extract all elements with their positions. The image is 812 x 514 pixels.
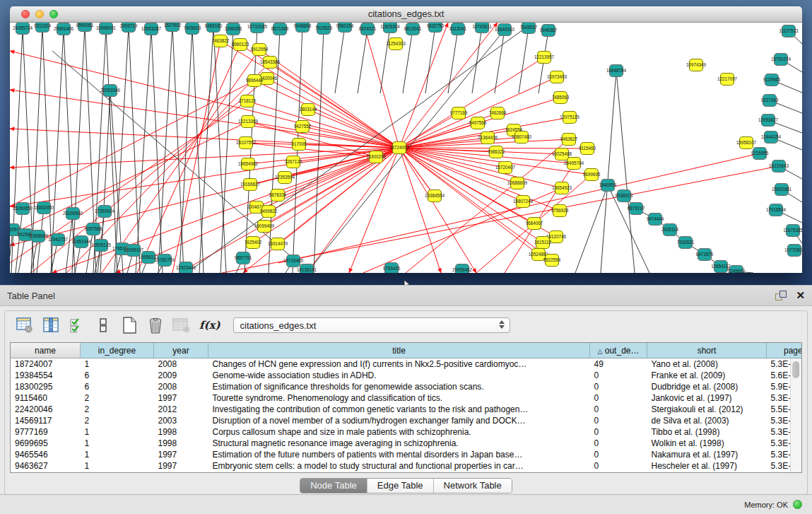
graph-node[interactable]: 21364436 (478, 132, 498, 144)
table-cell[interactable]: Investigating the contribution of common… (208, 404, 590, 415)
table-cell[interactable]: Estimation of the future numbers of pati… (208, 449, 590, 460)
table-cell[interactable]: Estimation of significance thresholds fo… (208, 381, 590, 392)
graph-edge[interactable] (270, 62, 399, 148)
graph-edge[interactable] (399, 148, 560, 211)
table-cell[interactable]: Nakamura et al. (1997) (647, 449, 767, 460)
graph-edge[interactable] (575, 185, 608, 273)
table-cell[interactable]: Disruption of a novel member of a sodium… (208, 415, 590, 426)
graph-edge[interactable] (399, 148, 476, 273)
column-header-pagerank[interactable]: pagerank (767, 343, 803, 358)
table-cell[interactable]: de Silva et al. (2003) (647, 415, 767, 426)
fx-function-button[interactable]: f(x) (199, 319, 220, 332)
graph-node[interactable]: 11568689 (28, 230, 48, 243)
graph-node[interactable]: 12353594 (275, 172, 295, 184)
table-row[interactable]: 969969511998Structural magnetic resonanc… (11, 438, 802, 449)
table-cell[interactable]: 9777169 (11, 426, 81, 438)
graph-node[interactable]: 9463627 (560, 134, 578, 146)
graph-edge[interactable] (601, 71, 616, 273)
graph-node[interactable]: 9777169 (450, 107, 468, 119)
table-cell[interactable]: 0 (590, 370, 647, 381)
graph-node[interactable]: 19384554 (425, 190, 445, 202)
table-row[interactable]: 977716911998Corpus callosum shape and si… (11, 426, 802, 438)
graph-node[interactable]: 6879197 (628, 203, 645, 215)
graph-edge[interactable] (495, 30, 505, 93)
graph-node[interactable]: 18832950 (34, 202, 54, 214)
graph-node[interactable]: 8590061 (76, 23, 94, 32)
graph-node[interactable]: 16648784 (606, 65, 627, 77)
table-cell[interactable]: 9115460 (11, 392, 81, 404)
graph-node[interactable]: 12217097 (717, 74, 738, 86)
table-row[interactable]: 911546021997Tourette syndrome. Phenomeno… (11, 392, 802, 404)
column-header-out_de[interactable]: △ out_de… (590, 343, 647, 358)
tab-edge-table[interactable]: Edge Table (367, 479, 434, 493)
graph-node[interactable]: 9048898 (294, 23, 312, 33)
table-cell[interactable]: 1997 (154, 392, 208, 404)
table-cell[interactable]: 1997 (154, 449, 208, 460)
graph-node[interactable]: 9896444 (246, 75, 264, 87)
checklist-icon[interactable] (67, 315, 87, 335)
graph-node[interactable]: 13654923 (552, 182, 572, 194)
table-cell[interactable]: 1 (81, 426, 154, 438)
table-selector-dropdown[interactable]: citations_edges.txt (233, 317, 510, 333)
graph-node[interactable]: 9632750 (427, 23, 445, 33)
memory-indicator[interactable] (793, 500, 802, 509)
graph-edge[interactable] (335, 26, 345, 93)
graph-node[interactable]: 19654982 (238, 158, 259, 170)
graph-node[interactable]: 15958107 (736, 137, 757, 149)
table-cell[interactable]: 2009 (154, 370, 208, 381)
table-cell[interactable]: 2008 (154, 358, 208, 370)
table-cell[interactable]: Wolkin et al. (1998) (647, 438, 767, 449)
graph-node[interactable]: 16640910 (495, 24, 515, 36)
table-cell[interactable]: 1 (81, 438, 154, 449)
table-cell[interactable]: 19384554 (11, 370, 81, 381)
graph-node[interactable]: 11825304 (380, 23, 400, 33)
graph-node[interactable]: 1840954 (599, 180, 617, 192)
table-cell[interactable]: 9463627 (11, 460, 81, 472)
graph-edge[interactable] (114, 26, 129, 273)
graph-node[interactable]: 12093827 (758, 115, 779, 127)
select-columns-icon[interactable] (41, 315, 61, 335)
table-vertical-scrollbar[interactable] (790, 358, 801, 472)
graph-node[interactable]: 1615112 (534, 237, 552, 249)
graph-edge[interactable] (399, 148, 441, 273)
graph-node[interactable]: 12975115 (560, 112, 579, 124)
table-cell[interactable]: 1997 (154, 460, 208, 472)
graph-node[interactable]: 7649537 (520, 23, 538, 34)
trash-icon[interactable] (146, 315, 165, 335)
graph-edge[interactable] (93, 28, 106, 273)
graph-edge[interactable] (180, 28, 192, 273)
table-cell[interactable]: 2003 (154, 415, 208, 426)
table-cell[interactable]: 22420046 (11, 404, 81, 415)
graph-node[interactable]: 6497568 (469, 117, 487, 129)
table-cell[interactable]: Embryonic stem cells: a model to study s… (208, 460, 590, 472)
graph-edge[interactable] (158, 25, 172, 273)
graph-edge[interactable] (10, 101, 247, 263)
table-row[interactable]: 1456911722003Disruption of a novel membe… (11, 415, 802, 426)
graph-edge[interactable] (10, 122, 248, 235)
graph-node[interactable]: 12213369 (238, 116, 259, 128)
graph-node[interactable]: 9129966 (763, 74, 781, 86)
graph-edge[interactable] (245, 27, 257, 273)
table-cell[interactable]: 2012 (154, 404, 208, 415)
table-cell[interactable]: Dudbridge et al. (2008) (647, 381, 767, 392)
table-cell[interactable]: 1998 (154, 438, 208, 449)
table-cell[interactable]: Yano et al. (2008) (647, 358, 767, 370)
graph-node[interactable]: 11127513 (779, 25, 799, 37)
column-header-title[interactable]: title (208, 343, 590, 358)
graph-node[interactable]: 10973493 (547, 71, 567, 83)
table-row[interactable]: 946362711997Embryonic stem cells: a mode… (11, 460, 802, 472)
graph-node[interactable]: 9311924 (34, 23, 52, 33)
graph-node[interactable]: 8671348 (271, 23, 289, 35)
graph-edge[interactable] (220, 29, 233, 273)
table-cell[interactable]: 2 (81, 415, 154, 426)
table-row[interactable]: 2242004622012Investigating the contribut… (11, 404, 802, 415)
graph-node[interactable]: 9215955 (751, 148, 769, 160)
table-cell[interactable]: 1 (81, 449, 154, 460)
table-cell[interactable]: Franke et al. (2009) (647, 370, 767, 381)
table-cell[interactable]: 6 (81, 381, 154, 392)
graph-node[interactable]: 7515526 (315, 23, 333, 35)
graph-node[interactable]: 2718126 (239, 95, 257, 107)
graph-node[interactable]: 17016504 (766, 204, 787, 216)
graph-node[interactable]: 10974349 (686, 59, 707, 71)
table-cell[interactable]: 1998 (154, 426, 208, 438)
